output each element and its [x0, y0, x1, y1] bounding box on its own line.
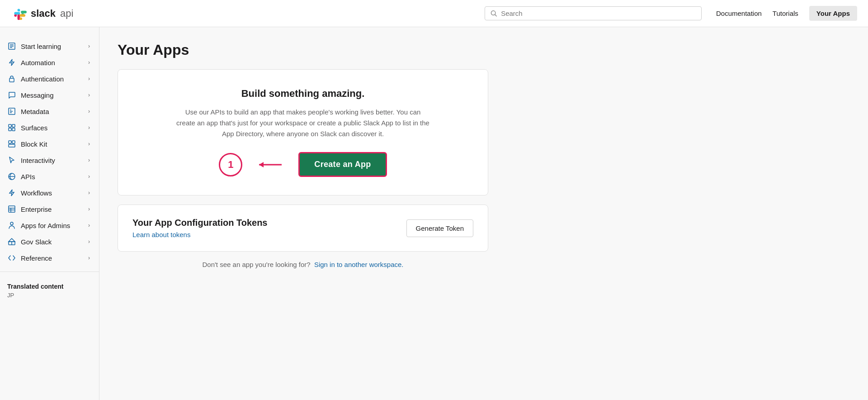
- svg-marker-28: [9, 238, 15, 242]
- token-card-info: Your App Configuration Tokens Learn abou…: [132, 218, 268, 238]
- search-icon: [491, 10, 497, 17]
- sidebar: Start learning › Automation › Authentica…: [0, 27, 99, 400]
- svg-rect-22: [9, 206, 15, 212]
- sidebar-item-label: APIs: [21, 173, 35, 181]
- sidebar-item-label: Reference: [21, 254, 52, 262]
- workflow-icon: [7, 188, 16, 197]
- grid-icon: [7, 123, 16, 132]
- sidebar-item-reference[interactable]: Reference ›: [0, 250, 99, 266]
- chat-icon: [7, 90, 16, 100]
- admin-icon: [7, 221, 16, 230]
- book-icon: [7, 42, 16, 51]
- chevron-icon: ›: [88, 76, 90, 82]
- search-container: [485, 6, 702, 20]
- chevron-icon: ›: [88, 59, 90, 66]
- sidebar-item-label: Apps for Admins: [21, 222, 70, 229]
- sidebar-item-label: Surfaces: [21, 124, 47, 132]
- svg-rect-14: [9, 128, 11, 131]
- svg-marker-31: [259, 162, 264, 167]
- chevron-icon: ›: [88, 206, 90, 212]
- sidebar-item-gov-slack[interactable]: Gov Slack ›: [0, 233, 99, 250]
- sidebar-item-label: Gov Slack: [21, 238, 52, 246]
- svg-rect-12: [9, 124, 11, 127]
- arrow-right-icon: [257, 159, 284, 170]
- sidebar-item-messaging[interactable]: Messaging ›: [0, 87, 99, 103]
- sign-in-link[interactable]: Sign in to another workspace.: [314, 261, 404, 268]
- generate-token-button[interactable]: Generate Token: [406, 219, 473, 237]
- tag-icon: [7, 107, 16, 116]
- build-heading: Build something amazing.: [136, 88, 470, 100]
- sidebar-item-authentication[interactable]: Authentication ›: [0, 71, 99, 87]
- step-circle: 1: [219, 153, 242, 176]
- sidebar-item-label: Interactivity: [21, 157, 55, 164]
- chevron-icon: ›: [88, 43, 90, 49]
- sidebar-item-label: Enterprise: [21, 205, 52, 213]
- sidebar-item-apis[interactable]: APIs ›: [0, 168, 99, 185]
- sidebar-divider: [0, 271, 99, 272]
- chevron-icon: ›: [88, 190, 90, 196]
- svg-rect-17: [12, 141, 15, 143]
- translated-section: Translated content JP: [0, 277, 99, 304]
- chevron-icon: ›: [88, 108, 90, 114]
- token-card: Your App Configuration Tokens Learn abou…: [118, 205, 488, 252]
- svg-rect-7: [9, 78, 14, 82]
- your-apps-button[interactable]: Your Apps: [809, 6, 857, 21]
- gov-icon: [7, 237, 16, 246]
- search-input[interactable]: [501, 10, 696, 17]
- translated-value: JP: [7, 292, 92, 299]
- header: slackapi Documentation Tutorials Your Ap…: [0, 0, 868, 27]
- api-icon: [7, 172, 16, 181]
- sidebar-item-automation[interactable]: Automation ›: [0, 54, 99, 71]
- main-content: Your Apps Build something amazing. Use o…: [99, 27, 506, 400]
- translated-label: Translated content: [7, 283, 92, 290]
- build-description: Use our APIs to build an app that makes …: [176, 107, 429, 139]
- sidebar-item-apps-for-admins[interactable]: Apps for Admins ›: [0, 217, 99, 233]
- code-icon: [7, 253, 16, 262]
- svg-rect-15: [12, 128, 15, 131]
- tutorials-link[interactable]: Tutorials: [773, 10, 798, 17]
- lock-icon: [7, 74, 16, 83]
- svg-marker-6: [9, 59, 14, 66]
- svg-rect-13: [12, 124, 15, 127]
- sidebar-item-interactivity[interactable]: Interactivity ›: [0, 152, 99, 168]
- sidebar-item-metadata[interactable]: Metadata ›: [0, 103, 99, 119]
- page-title: Your Apps: [118, 42, 488, 58]
- build-card: Build something amazing. Use our APIs to…: [118, 69, 488, 195]
- logo-api-text: api: [60, 8, 73, 19]
- sidebar-item-workflows[interactable]: Workflows ›: [0, 185, 99, 201]
- svg-line-1: [495, 14, 496, 16]
- svg-rect-16: [9, 141, 11, 143]
- sidebar-item-label: Messaging: [21, 91, 54, 99]
- cursor-icon: [7, 156, 16, 165]
- header-nav: Documentation Tutorials Your Apps: [716, 6, 857, 21]
- svg-rect-18: [9, 144, 15, 147]
- token-heading: Your App Configuration Tokens: [132, 218, 268, 228]
- create-area: 1 Create an App: [136, 152, 470, 177]
- create-app-button[interactable]: Create an App: [298, 152, 387, 177]
- logo-link[interactable]: slackapi: [11, 5, 73, 22]
- sidebar-item-label: Block Kit: [21, 140, 47, 148]
- sidebar-item-label: Workflows: [21, 189, 52, 197]
- sidebar-item-label: Automation: [21, 59, 55, 67]
- sidebar-item-label: Metadata: [21, 108, 49, 115]
- enterprise-icon: [7, 205, 16, 214]
- sidebar-item-label: Start learning: [21, 43, 61, 50]
- sidebar-item-enterprise[interactable]: Enterprise ›: [0, 201, 99, 217]
- svg-point-26: [10, 222, 13, 225]
- chevron-icon: ›: [88, 222, 90, 229]
- sidebar-item-block-kit[interactable]: Block Kit ›: [0, 136, 99, 152]
- slack-logo-icon: [11, 5, 27, 22]
- sidebar-item-label: Authentication: [21, 75, 64, 83]
- blocks-icon: [7, 139, 16, 148]
- chevron-icon: ›: [88, 173, 90, 180]
- layout: Start learning › Automation › Authentica…: [0, 27, 868, 400]
- documentation-link[interactable]: Documentation: [716, 10, 762, 17]
- chevron-icon: ›: [88, 124, 90, 131]
- sidebar-item-start-learning[interactable]: Start learning ›: [0, 38, 99, 54]
- chevron-icon: ›: [88, 238, 90, 245]
- svg-marker-21: [9, 190, 14, 196]
- learn-tokens-link[interactable]: Learn about tokens: [132, 231, 190, 238]
- chevron-icon: ›: [88, 255, 90, 261]
- logo-slack-text: slack: [31, 8, 56, 19]
- sidebar-item-surfaces[interactable]: Surfaces ›: [0, 119, 99, 136]
